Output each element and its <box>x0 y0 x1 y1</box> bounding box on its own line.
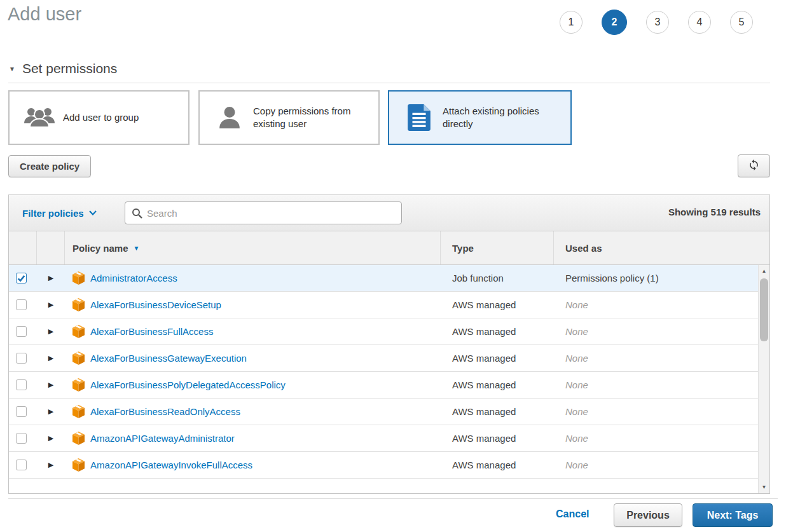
policy-cube-icon <box>72 432 85 445</box>
page-title: Add user <box>8 4 81 25</box>
policy-cube-icon <box>72 458 85 472</box>
expand-row-icon[interactable]: ▶ <box>37 461 65 469</box>
table-row: ▶ AlexaForBusinessDeviceSetupAWS managed… <box>9 292 769 318</box>
set-permissions-section-header[interactable]: ▼ Set permissions <box>9 61 117 76</box>
wizard-step-4: 4 <box>688 11 711 34</box>
vertical-scrollbar[interactable]: ▲ ▼ <box>758 265 769 493</box>
scroll-down-icon[interactable]: ▼ <box>759 484 769 490</box>
header-used-as[interactable]: Used as <box>554 231 758 264</box>
search-box <box>125 201 402 224</box>
scrollbar-thumb[interactable] <box>760 278 768 341</box>
results-count: Showing 519 results <box>668 207 761 217</box>
expand-row-icon[interactable]: ▶ <box>37 407 65 416</box>
collapse-triangle-icon: ▼ <box>9 65 15 72</box>
expand-row-icon[interactable]: ▶ <box>37 327 65 336</box>
search-input[interactable] <box>147 208 401 219</box>
policy-name-link[interactable]: AlexaForBusinessFullAccess <box>90 326 213 337</box>
policy-name-cell: AlexaForBusinessReadOnlyAccess <box>65 405 441 418</box>
policy-used-as: Permissions policy (1) <box>554 273 758 283</box>
checkbox-cell <box>9 406 37 417</box>
sort-desc-icon: ▼ <box>134 245 140 252</box>
policy-name-cell: AmazonAPIGatewayInvokeFullAccess <box>65 458 441 472</box>
filter-policies-dropdown[interactable]: Filter policies <box>22 208 97 219</box>
policy-type: AWS managed <box>441 299 554 310</box>
header-type[interactable]: Type <box>441 231 554 264</box>
checkbox-cell <box>9 353 37 364</box>
previous-button[interactable]: Previous <box>614 503 682 527</box>
table-row: ▶ AmazonAPIGatewayAdministratorAWS manag… <box>9 425 769 452</box>
policy-name-link[interactable]: AlexaForBusinessGatewayExecution <box>90 353 247 364</box>
row-checkbox[interactable] <box>16 326 27 337</box>
header-policy-name[interactable]: Policy name ▼ <box>65 231 441 264</box>
wizard-step-3: 3 <box>646 11 669 34</box>
filter-policies-label: Filter policies <box>22 208 84 219</box>
checkbox-cell <box>9 433 37 444</box>
table-row: ▶ AlexaForBusinessReadOnlyAccessAWS mana… <box>9 399 769 425</box>
table-body: ▶ AdministratorAccessJob functionPermiss… <box>9 265 769 493</box>
checkbox-cell <box>9 326 37 337</box>
card-attach-existing-policies[interactable]: Attach existing policies directly <box>388 90 572 145</box>
chevron-down-icon <box>89 210 97 215</box>
create-policy-button[interactable]: Create policy <box>8 155 91 177</box>
table-row: ▶ AlexaForBusinessPolyDelegatedAccessPol… <box>9 372 769 399</box>
row-checkbox[interactable] <box>16 353 27 364</box>
user-icon <box>211 106 248 129</box>
checkbox-cell <box>9 299 37 310</box>
row-checkbox[interactable] <box>16 379 27 390</box>
policy-used-as: None <box>554 326 758 337</box>
cancel-link[interactable]: Cancel <box>556 508 589 520</box>
policy-name-link[interactable]: AmazonAPIGatewayInvokeFullAccess <box>90 460 252 470</box>
policy-cube-icon <box>72 271 85 285</box>
table-row: ▶ AlexaForBusinessFullAccessAWS managedN… <box>9 318 769 345</box>
policy-document-icon <box>401 104 438 131</box>
table-row: ▶ AdministratorAccessJob functionPermiss… <box>9 265 769 292</box>
policy-cube-icon <box>72 325 85 338</box>
policy-used-as: None <box>554 379 758 390</box>
row-checkbox[interactable] <box>16 460 27 470</box>
policy-name-cell: AlexaForBusinessFullAccess <box>65 325 441 338</box>
expand-row-icon[interactable]: ▶ <box>37 434 65 442</box>
header-checkbox-column <box>9 231 37 264</box>
next-tags-button[interactable]: Next: Tags <box>693 503 773 527</box>
policy-cube-icon <box>72 351 85 365</box>
wizard-step-2: 2 <box>602 10 627 35</box>
policy-used-as: None <box>554 299 758 310</box>
policy-name-link[interactable]: AlexaForBusinessDeviceSetup <box>90 299 221 310</box>
expand-row-icon[interactable]: ▶ <box>37 274 65 282</box>
card-add-user-to-group[interactable]: Add user to group <box>8 90 190 145</box>
policy-type: AWS managed <box>441 460 554 470</box>
row-checkbox-checked[interactable] <box>16 273 27 283</box>
policy-name-link[interactable]: AlexaForBusinessReadOnlyAccess <box>90 406 240 417</box>
policy-cube-icon <box>72 405 85 418</box>
policy-name-link[interactable]: AdministratorAccess <box>90 273 177 283</box>
header-expand-column <box>37 231 65 264</box>
policy-type: AWS managed <box>441 379 554 390</box>
table-row: ▶ AmazonAPIGatewayInvokeFullAccessAWS ma… <box>9 452 769 479</box>
refresh-button[interactable] <box>738 154 770 177</box>
table-header: Policy name ▼ Type Used as <box>9 231 769 265</box>
expand-row-icon[interactable]: ▶ <box>37 381 65 389</box>
checkbox-cell <box>9 379 37 390</box>
section-divider <box>8 83 770 83</box>
filter-bar: Filter policies Showing 519 results <box>9 195 769 231</box>
expand-row-icon[interactable]: ▶ <box>37 301 65 309</box>
expand-row-icon[interactable]: ▶ <box>37 354 65 362</box>
policy-name-cell: AlexaForBusinessPolyDelegatedAccessPolic… <box>65 378 441 392</box>
search-icon <box>132 208 142 219</box>
footer-divider <box>8 498 778 499</box>
card-label: Attach existing policies directly <box>443 105 560 131</box>
policy-type: AWS managed <box>441 353 554 364</box>
policy-name-link[interactable]: AlexaForBusinessPolyDelegatedAccessPolic… <box>90 379 286 390</box>
policy-type: AWS managed <box>441 326 554 337</box>
scroll-up-icon[interactable]: ▲ <box>759 268 769 274</box>
policy-used-as: None <box>554 433 758 444</box>
policy-cube-icon <box>72 298 85 311</box>
policy-type: Job function <box>441 273 554 283</box>
row-checkbox[interactable] <box>16 299 27 310</box>
policy-name-cell: AdministratorAccess <box>65 271 441 285</box>
policy-name-link[interactable]: AmazonAPIGatewayAdministrator <box>90 433 235 444</box>
row-checkbox[interactable] <box>16 406 27 417</box>
row-checkbox[interactable] <box>16 433 27 444</box>
user-group-icon <box>21 107 58 128</box>
card-copy-permissions[interactable]: Copy permissions from existing user <box>198 90 380 145</box>
